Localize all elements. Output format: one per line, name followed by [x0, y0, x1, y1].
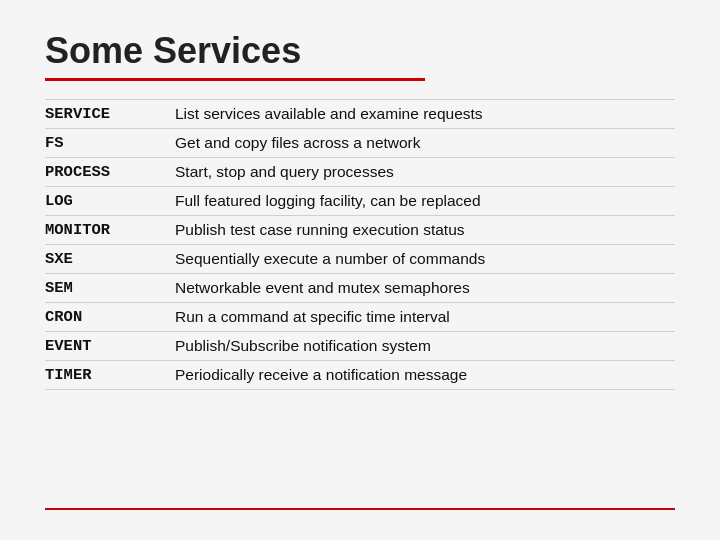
service-description: Networkable event and mutex semaphores — [175, 274, 675, 303]
table-row: TIMERPeriodically receive a notification… — [45, 361, 675, 390]
title-underline — [45, 78, 425, 81]
service-name: SERVICE — [45, 100, 175, 129]
table-row: LOGFull featured logging facility, can b… — [45, 187, 675, 216]
table-row: SXESequentially execute a number of comm… — [45, 245, 675, 274]
service-description: List services available and examine requ… — [175, 100, 675, 129]
service-description: Publish/Subscribe notification system — [175, 332, 675, 361]
service-description: Sequentially execute a number of command… — [175, 245, 675, 274]
service-name: MONITOR — [45, 216, 175, 245]
page-title: Some Services — [45, 30, 675, 72]
service-description: Full featured logging facility, can be r… — [175, 187, 675, 216]
services-table: SERVICEList services available and exami… — [45, 99, 675, 390]
service-name: CRON — [45, 303, 175, 332]
slide: Some Services SERVICEList services avail… — [0, 0, 720, 540]
table-row: CRONRun a command at specific time inter… — [45, 303, 675, 332]
service-description: Run a command at specific time interval — [175, 303, 675, 332]
service-name: PROCESS — [45, 158, 175, 187]
service-description: Publish test case running execution stat… — [175, 216, 675, 245]
service-name: EVENT — [45, 332, 175, 361]
service-description: Periodically receive a notification mess… — [175, 361, 675, 390]
service-description: Get and copy files across a network — [175, 129, 675, 158]
service-name: TIMER — [45, 361, 175, 390]
table-row: PROCESSStart, stop and query processes — [45, 158, 675, 187]
table-row: SERVICEList services available and exami… — [45, 100, 675, 129]
service-description: Start, stop and query processes — [175, 158, 675, 187]
table-row: EVENTPublish/Subscribe notification syst… — [45, 332, 675, 361]
service-name: SEM — [45, 274, 175, 303]
service-name: SXE — [45, 245, 175, 274]
bottom-line — [45, 508, 675, 510]
service-name: FS — [45, 129, 175, 158]
table-row: MONITORPublish test case running executi… — [45, 216, 675, 245]
service-name: LOG — [45, 187, 175, 216]
title-section: Some Services — [45, 30, 675, 81]
table-row: SEMNetworkable event and mutex semaphore… — [45, 274, 675, 303]
table-row: FSGet and copy files across a network — [45, 129, 675, 158]
